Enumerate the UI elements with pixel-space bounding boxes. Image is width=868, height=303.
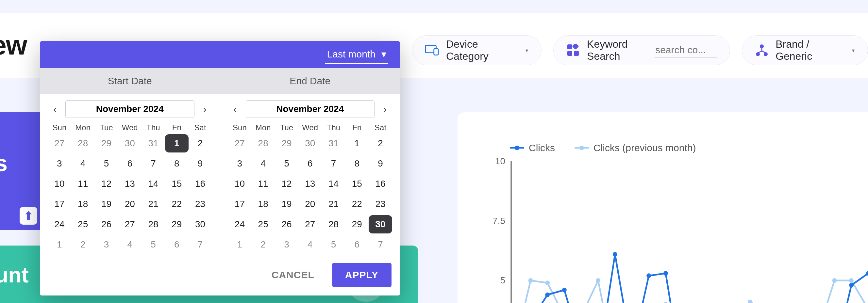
calendar-day[interactable]: 29 [345,215,369,233]
calendar-day[interactable]: 10 [228,175,252,193]
calendar-day[interactable]: 10 [48,175,71,193]
legend-item-clicks[interactable]: Clicks [510,142,555,154]
calendar-day[interactable]: 27 [299,215,322,233]
brand-generic-filter[interactable]: Brand / Generic ▾ [742,35,868,65]
chart-data-point[interactable] [748,300,752,303]
calendar-day[interactable]: 30 [189,215,212,233]
calendar-day[interactable]: 18 [251,195,275,213]
start-date-tab[interactable]: Start Date [40,68,220,94]
chart-data-point[interactable] [528,278,533,283]
calendar-day[interactable]: 21 [322,195,345,213]
calendar-day[interactable]: 5 [275,155,299,173]
calendar-day[interactable]: 11 [71,175,95,193]
calendar-day[interactable]: 29 [165,215,189,233]
calendar-day[interactable]: 29 [275,134,299,153]
calendar-day[interactable]: 23 [189,195,212,213]
calendar-day[interactable]: 2 [189,134,212,153]
calendar-day[interactable]: 6 [299,155,322,173]
calendar-day[interactable]: 13 [118,175,142,193]
calendar-day[interactable]: 6 [165,235,189,254]
calendar-day[interactable]: 15 [345,175,369,193]
calendar-day[interactable]: 15 [165,175,189,193]
calendar-day[interactable]: 4 [251,155,275,173]
calendar-day[interactable]: 2 [369,134,392,153]
calendar-day[interactable]: 30 [299,134,322,153]
calendar-day[interactable]: 8 [345,155,369,173]
calendar-day[interactable]: 3 [48,155,71,173]
cancel-button[interactable]: CANCEL [258,263,328,287]
calendar-day[interactable]: 7 [369,235,392,254]
calendar-day[interactable]: 13 [299,175,322,193]
calendar-day[interactable]: 2 [251,235,275,254]
calendar-day[interactable]: 16 [189,175,212,193]
keyword-search-filter[interactable]: Keyword Search [553,35,730,65]
calendar-day[interactable]: 4 [71,155,95,173]
calendar-day[interactable]: 6 [118,155,142,173]
calendar-day[interactable]: 5 [95,155,118,173]
calendar-day[interactable]: 24 [48,215,71,233]
calendar-day[interactable]: 28 [322,215,345,233]
chart-data-point[interactable] [545,293,550,297]
calendar-day[interactable]: 9 [369,155,392,173]
date-preset-dropdown[interactable]: Last month ▾ [325,47,388,64]
calendar-day[interactable]: 22 [165,195,189,213]
prev-month-button[interactable]: ‹ [228,103,243,115]
calendar-day[interactable]: 8 [165,155,189,173]
end-month-select[interactable]: November 2024 [246,100,375,118]
calendar-day[interactable]: 1 [165,134,189,153]
calendar-day[interactable]: 31 [322,134,345,153]
calendar-day[interactable]: 27 [228,134,252,153]
calendar-day[interactable]: 16 [369,175,392,193]
calendar-day[interactable]: 25 [71,215,95,233]
calendar-day[interactable]: 5 [142,235,165,254]
calendar-day[interactable]: 29 [95,134,118,153]
chart-data-point[interactable] [832,278,837,283]
chart-data-point[interactable] [545,280,550,285]
start-month-select[interactable]: November 2024 [65,100,194,118]
calendar-day[interactable]: 26 [95,215,118,233]
calendar-day[interactable]: 5 [322,235,345,254]
calendar-day[interactable]: 22 [345,195,369,213]
calendar-day[interactable]: 18 [71,195,95,213]
calendar-day[interactable]: 28 [71,134,95,153]
chart-data-point[interactable] [849,278,854,283]
chart-data-point[interactable] [646,273,651,278]
calendar-day[interactable]: 3 [228,155,252,173]
calendar-day[interactable]: 4 [118,235,142,254]
keyword-search-input[interactable] [655,43,717,58]
calendar-day[interactable]: 2 [71,235,95,254]
calendar-day[interactable]: 19 [275,195,299,213]
calendar-day[interactable]: 28 [142,215,165,233]
calendar-day[interactable]: 23 [369,195,392,213]
calendar-day[interactable]: 27 [48,134,71,153]
calendar-day[interactable]: 25 [251,215,275,233]
next-month-button[interactable]: › [198,103,212,115]
calendar-day[interactable]: 20 [118,195,142,213]
calendar-day[interactable]: 12 [95,175,118,193]
calendar-day[interactable]: 14 [322,175,345,193]
end-date-tab[interactable]: End Date [220,68,400,94]
chart-data-point[interactable] [596,278,600,283]
apply-button[interactable]: APPLY [332,263,392,287]
calendar-day[interactable]: 1 [345,134,369,153]
calendar-day[interactable]: 3 [95,235,118,254]
prev-month-button[interactable]: ‹ [48,103,62,115]
next-month-button[interactable]: › [378,103,392,115]
device-category-filter[interactable]: Device Category ▾ [412,35,541,65]
calendar-day[interactable]: 12 [275,175,299,193]
calendar-day[interactable]: 7 [142,155,165,173]
calendar-day[interactable]: 28 [251,134,275,153]
calendar-day[interactable]: 31 [142,134,165,153]
calendar-day[interactable]: 30 [369,215,392,233]
calendar-day[interactable]: 1 [48,235,71,254]
calendar-day[interactable]: 17 [228,195,252,213]
calendar-day[interactable]: 24 [228,215,252,233]
calendar-day[interactable]: 11 [251,175,275,193]
chart-data-point[interactable] [663,271,668,276]
calendar-day[interactable]: 14 [142,175,165,193]
calendar-day[interactable]: 6 [345,235,369,254]
chart-data-point[interactable] [613,252,617,257]
calendar-day[interactable]: 30 [118,134,142,153]
calendar-day[interactable]: 9 [189,155,212,173]
calendar-day[interactable]: 19 [95,195,118,213]
